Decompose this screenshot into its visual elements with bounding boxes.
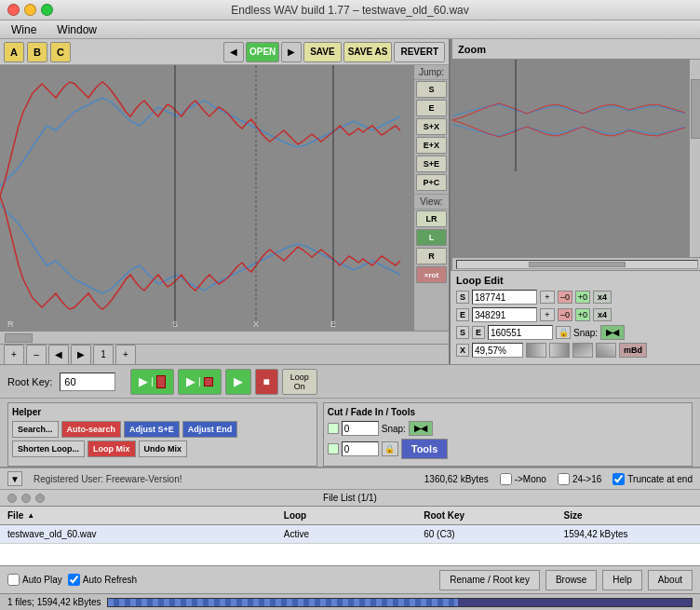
snap-se-btn[interactable]: ▶◀ [600, 325, 625, 340]
cut-lock-btn[interactable]: 🔒 [382, 441, 398, 456]
bit16-label: 24->16 [572, 474, 601, 484]
btn-prev[interactable]: ◀ [223, 42, 244, 62]
zoom-scrollbar[interactable] [452, 257, 700, 270]
jump-ppc[interactable]: P+C [416, 174, 447, 191]
adjust-se-btn[interactable]: Adjust S+E [124, 421, 180, 438]
menu-window[interactable]: Window [51, 21, 102, 38]
zoom-canvas[interactable]: E S [452, 60, 700, 257]
zoom-1-btn[interactable]: 1 [93, 345, 114, 365]
adjust-end-btn[interactable]: Adjust End [182, 421, 238, 438]
loop-e-x4-btn[interactable]: x4 [593, 308, 612, 321]
loop-e-input[interactable] [472, 307, 537, 322]
cut-checkbox1[interactable] [328, 423, 339, 434]
zoom-out-btn[interactable]: – [26, 345, 47, 365]
auto-refresh-check[interactable] [68, 574, 80, 586]
file-list-row[interactable]: testwave_old_60.wav Active 60 (C3) 1594,… [0, 525, 700, 544]
loop-e-plus-btn[interactable]: + [540, 308, 555, 321]
fade-btn-1[interactable] [526, 343, 546, 358]
mono-checkbox[interactable]: ->Mono [500, 473, 546, 485]
view-lr[interactable]: LR [416, 210, 447, 227]
btn-open[interactable]: OPEN [246, 42, 279, 62]
loop-on-btn[interactable]: LoopOn [282, 369, 317, 395]
cut-snap-btn[interactable]: ▶◀ [409, 421, 433, 436]
btn-b[interactable]: B [27, 42, 47, 62]
cut-checkbox2[interactable] [328, 443, 339, 454]
status-chevron[interactable]: ▼ [7, 471, 22, 486]
view-r[interactable]: R [416, 248, 447, 264]
jump-spx[interactable]: S+X [416, 118, 447, 135]
loop-s-x4-btn[interactable]: x4 [593, 291, 612, 304]
maximize-button[interactable] [41, 4, 53, 16]
scrollbar-thumb[interactable] [5, 333, 33, 343]
stop-btn[interactable]: ■ [255, 369, 278, 395]
zoom-scrollbar-thumb[interactable] [529, 262, 625, 267]
cut-input1[interactable] [342, 421, 379, 436]
view-l[interactable]: L [416, 229, 447, 246]
loop-s-zero-btn[interactable]: –0 [558, 291, 572, 304]
btn-revert[interactable]: REVERT [394, 42, 445, 62]
window-controls[interactable] [7, 4, 53, 16]
zoom-in-btn[interactable]: + [4, 345, 24, 365]
dot3[interactable] [35, 494, 45, 503]
truncate-checkbox[interactable]: Truncate at end [612, 473, 693, 485]
btn-save[interactable]: SAVE [303, 42, 342, 62]
menu-wine[interactable]: Wine [6, 21, 42, 38]
shorten-loop-btn[interactable]: Shorten Loop... [12, 441, 85, 457]
scroll-right-btn[interactable]: ▶ [71, 345, 91, 365]
bit16-checkbox[interactable]: 24->16 [558, 473, 601, 485]
loop-e-zero-btn[interactable]: –0 [558, 308, 572, 321]
view-xrot[interactable]: ×rot [416, 266, 447, 283]
loop-s-plus0-btn[interactable]: +0 [575, 291, 590, 304]
jump-epx[interactable]: E+X [416, 137, 447, 154]
play-sel-btn[interactable]: ▶ [225, 369, 251, 395]
btn-save-as[interactable]: SAVE AS [343, 42, 393, 62]
scroll-left-btn[interactable]: ◀ [48, 345, 69, 365]
minimize-button[interactable] [24, 4, 36, 16]
waveform-scrollbar[interactable] [0, 331, 449, 344]
loop-x-input[interactable] [472, 343, 523, 358]
mono-check[interactable] [500, 473, 512, 485]
bit16-check[interactable] [558, 473, 570, 485]
fade-btn-3[interactable] [572, 343, 593, 358]
fade-btn-4[interactable] [596, 343, 616, 358]
fade-btn-2[interactable] [549, 343, 570, 358]
btn-next[interactable]: ▶ [281, 42, 302, 62]
dot2[interactable] [21, 494, 31, 503]
auto-search-btn[interactable]: Auto-search [61, 421, 122, 438]
zoom-vscroll-thumb[interactable] [691, 79, 700, 139]
truncate-check[interactable] [612, 473, 625, 485]
loop-mix-btn[interactable]: Loop Mix [88, 441, 136, 457]
cut-input2[interactable] [342, 441, 379, 456]
zoom-vscrollbar[interactable] [689, 60, 700, 257]
btn-c[interactable]: C [50, 42, 71, 62]
help-btn[interactable]: Help [602, 570, 642, 590]
auto-play-check[interactable] [7, 574, 20, 586]
play-loop2-btn[interactable]: ▶ | [178, 369, 222, 395]
undo-mix-btn[interactable]: Undo Mix [139, 441, 188, 457]
play-loop-btn[interactable]: ▶ | [130, 369, 174, 395]
waveform-canvas[interactable]: R S X E [0, 65, 413, 331]
loop-lock-btn[interactable]: 🔒 [556, 326, 571, 339]
search-btn[interactable]: Search... [12, 421, 59, 438]
jump-spe[interactable]: S+E [416, 156, 447, 172]
close-button[interactable] [7, 4, 20, 16]
about-btn[interactable]: About [648, 570, 693, 590]
jump-e[interactable]: E [416, 100, 447, 116]
auto-play-checkbox[interactable]: Auto Play [7, 574, 62, 586]
loop-x-row: X mBd [456, 343, 694, 358]
loop-e-plus0-btn[interactable]: +0 [575, 308, 590, 321]
browse-btn[interactable]: Browse [545, 570, 597, 590]
loop-s-input[interactable] [472, 290, 537, 305]
jump-s[interactable]: S [416, 81, 447, 98]
btn-a[interactable]: A [4, 42, 24, 62]
tools-btn[interactable]: Tools [401, 439, 449, 459]
loop-se-input[interactable] [488, 325, 553, 340]
rename-root-btn[interactable]: Rename / Root key [439, 570, 540, 590]
zoom-plus2-btn[interactable]: + [115, 345, 136, 365]
root-key-input[interactable] [60, 373, 115, 391]
dot1[interactable] [7, 494, 17, 503]
mbd-btn[interactable]: mBd [619, 343, 647, 358]
loop-s-plus-btn[interactable]: + [540, 291, 555, 304]
auto-refresh-checkbox[interactable]: Auto Refresh [68, 574, 137, 586]
col-sort-icon[interactable]: ▲ [27, 511, 34, 520]
